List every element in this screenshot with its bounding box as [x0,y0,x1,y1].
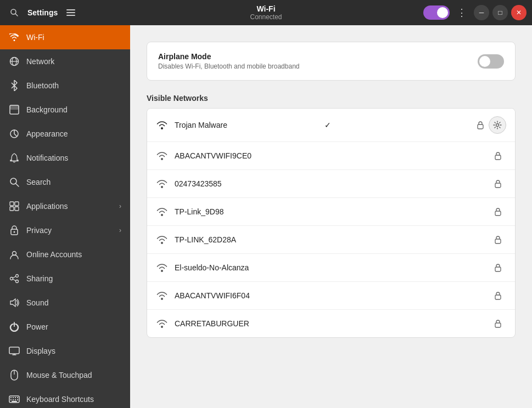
sidebar-item-mouse-touchpad[interactable]: Mouse & Touchpad [0,363,130,387]
svg-rect-47 [495,239,501,243]
sidebar-label-search: Search [26,178,51,186]
appearance-icon [9,128,20,139]
sidebar-item-appearance[interactable]: Appearance [0,122,130,146]
sidebar-item-network[interactable]: Network [0,49,130,73]
sidebar-label-sharing: Sharing [26,274,53,283]
page-title: Wi-Fi [250,4,282,14]
svg-rect-49 [495,295,501,299]
sidebar-item-privacy[interactable]: Privacy › [0,218,130,242]
sidebar-item-online-accounts[interactable]: Online Accounts [0,242,130,267]
connected-checkmark: ✓ [324,121,331,129]
sidebar-item-notifications[interactable]: Notifications [0,146,130,170]
svg-rect-40 [17,399,18,400]
titlebar-left: Settings [5,4,266,21]
sidebar-item-sharing[interactable]: Sharing [0,267,130,291]
notifications-icon [9,152,20,163]
network-item-sueldo[interactable]: El-sueldo-No-Alcanza [147,254,515,282]
titlebar-center: Wi-Fi Connected [250,4,282,21]
svg-rect-16 [15,207,19,211]
network-item-carreta[interactable]: CARRETABURGUER [147,310,515,337]
lock-icon-abacan2 [494,291,502,300]
search-button[interactable] [5,4,23,21]
lock-icon-num1 [494,179,502,188]
sidebar-item-keyboard-shortcuts[interactable]: Keyboard Shortcuts [0,387,130,408]
sidebar-label-keyboard-shortcuts: Keyboard Shortcuts [26,395,94,404]
svg-rect-48 [495,267,501,271]
sound-icon [9,297,20,308]
svg-point-22 [16,280,19,283]
sidebar-label-sound: Sound [26,298,48,307]
svg-rect-45 [495,183,501,188]
wifi-signal-icon-sueldo [156,262,168,274]
lock-icon-tplink62 [494,235,502,244]
kebab-menu-button[interactable]: ⋮ [453,4,471,21]
sidebar-label-notifications: Notifications [26,154,68,162]
svg-rect-46 [495,211,501,216]
wifi-signal-icon-trojan [156,119,168,131]
bluetooth-icon [9,80,20,91]
wifi-signal-icon-abacan1 [156,150,168,162]
svg-rect-2 [66,9,75,10]
network-item-num1[interactable]: 02473423585 [147,170,515,198]
minimize-button[interactable]: ─ [474,5,489,20]
network-item-tplink9d[interactable]: TP-Link_9D98 [147,198,515,226]
applications-chevron: › [119,202,121,210]
svg-line-1 [15,14,18,16]
svg-rect-44 [495,155,501,160]
sidebar-item-sound[interactable]: Sound [0,291,130,315]
network-name-tplink9d: TP-Link_9D98 [175,207,334,216]
sidebar-item-search[interactable]: Search [0,170,130,194]
svg-point-18 [14,231,15,233]
menu-button[interactable] [62,4,80,21]
sidebar-item-displays[interactable]: Displays [0,339,130,363]
connection-status: Connected [250,13,282,21]
sidebar-item-power[interactable]: Power [0,315,130,339]
search-sidebar-icon [9,177,20,188]
network-settings-button-trojan[interactable] [489,116,506,134]
lock-icon-sueldo [494,263,502,272]
network-name-abacan2: ABACANTVWIFI6F04 [175,291,334,300]
network-item-trojan[interactable]: Trojan Malware ✓ [147,109,515,142]
network-name-num1: 02473423585 [175,179,334,188]
svg-rect-37 [10,399,12,400]
sidebar-label-applications: Applications [26,202,68,211]
wifi-signal-icon-tplink62 [156,234,168,246]
sidebar-label-mouse-touchpad: Mouse & Touchpad [26,371,92,379]
online-accounts-icon [9,249,20,260]
sidebar: Wi-Fi Network Bluetooth [0,25,130,408]
privacy-icon [9,225,20,236]
network-item-tplink62[interactable]: TP-LINK_62D28A [147,226,515,254]
airplane-mode-toggle[interactable] [478,54,504,69]
sidebar-item-wifi[interactable]: Wi-Fi [0,25,130,49]
svg-point-20 [16,275,19,277]
svg-rect-36 [17,397,18,398]
sidebar-item-applications[interactable]: Applications › [0,194,130,218]
mouse-icon [9,370,20,381]
privacy-chevron: › [119,226,121,234]
network-name-abacan1: ABACANTVWIFI9CE0 [175,151,334,160]
wifi-signal-icon-abacan2 [156,290,168,302]
lock-icon-abacan1 [494,151,502,160]
displays-icon [9,345,20,356]
svg-rect-33 [10,397,12,398]
sidebar-label-online-accounts: Online Accounts [26,250,82,259]
network-item-abacan2[interactable]: ABACANTVWIFI6F04 [147,282,515,310]
svg-rect-9 [10,105,19,110]
lock-icon-trojan [477,121,484,129]
networks-list: Trojan Malware ✓ [147,108,516,338]
wifi-signal-icon-num1 [156,178,168,190]
network-name-tplink62: TP-LINK_62D28A [175,235,334,244]
wifi-toggle[interactable] [423,5,450,20]
sidebar-item-bluetooth[interactable]: Bluetooth [0,73,130,98]
close-button[interactable]: ✕ [511,5,527,20]
visible-networks-label: Visible Networks [147,94,516,103]
sidebar-item-background[interactable]: Background [0,98,130,122]
svg-point-11 [10,178,16,184]
svg-rect-27 [9,347,19,354]
sidebar-label-network: Network [26,57,54,66]
svg-rect-34 [13,397,14,398]
main-layout: Wi-Fi Network Bluetooth [0,25,532,408]
content-area: Airplane Mode Disables Wi-Fi, Bluetooth … [130,25,532,408]
maximize-button[interactable]: □ [492,5,508,20]
network-item-abacan1[interactable]: ABACANTVWIFI9CE0 [147,142,515,170]
